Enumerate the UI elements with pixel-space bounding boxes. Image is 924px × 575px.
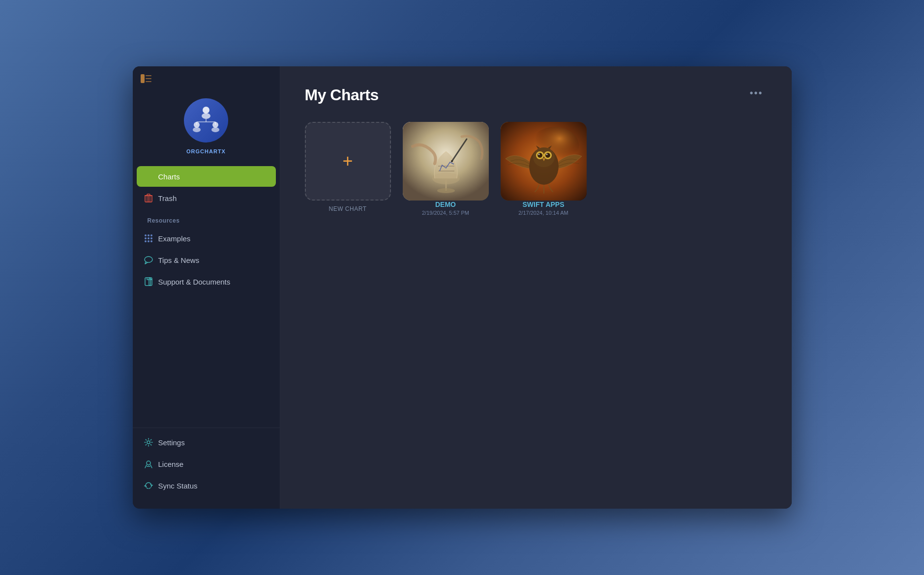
- app-window: ORGCHARTX Charts: [133, 66, 792, 509]
- sidebar-item-sync-label: Sync Status: [158, 482, 198, 490]
- svg-rect-34: [145, 278, 150, 286]
- settings-icon: [144, 437, 153, 447]
- svg-point-29: [150, 237, 152, 239]
- svg-point-32: [150, 240, 152, 242]
- sidebar-top: [133, 66, 280, 88]
- sidebar-item-settings[interactable]: Settings: [137, 432, 276, 453]
- sidebar-item-settings-label: Settings: [158, 438, 185, 447]
- svg-rect-17: [145, 177, 148, 180]
- sync-icon: [144, 481, 153, 490]
- svg-point-41: [437, 188, 455, 193]
- charts-icon: [144, 172, 153, 181]
- sidebar-item-tips[interactable]: Tips & News: [137, 250, 276, 270]
- sidebar-bottom: Settings License: [133, 428, 280, 509]
- sidebar-item-tips-label: Tips & News: [158, 256, 200, 264]
- sidebar-item-trash[interactable]: Trash: [137, 188, 276, 208]
- svg-point-33: [145, 257, 152, 262]
- svg-rect-2: [146, 78, 151, 79]
- svg-point-31: [148, 240, 149, 242]
- swift-chart-thumbnail: [501, 122, 587, 201]
- chat-icon: [144, 255, 153, 265]
- swift-chart-date: 2/17/2024, 10:14 AM: [518, 210, 568, 216]
- charts-grid: + NEW CHART: [305, 122, 767, 216]
- svg-point-27: [145, 237, 147, 239]
- demo-chart-thumbnail: [403, 122, 489, 201]
- svg-rect-16: [149, 172, 152, 176]
- sidebar: ORGCHARTX Charts: [133, 66, 280, 509]
- sidebar-item-examples-label: Examples: [158, 234, 191, 243]
- resources-label: Resources: [137, 209, 276, 228]
- svg-point-25: [148, 234, 149, 236]
- svg-point-53: [545, 153, 550, 158]
- svg-rect-0: [141, 74, 145, 83]
- sidebar-item-charts-label: Charts: [158, 172, 180, 181]
- page-title: My Charts: [305, 86, 379, 104]
- svg-point-26: [150, 234, 152, 236]
- sidebar-item-trash-label: Trash: [158, 194, 177, 202]
- svg-rect-15: [145, 172, 148, 176]
- sidebar-item-license-label: License: [158, 460, 184, 468]
- chart-card-swift[interactable]: SWIFT APPS 2/17/2024, 10:14 AM: [501, 122, 587, 216]
- demo-chart-date: 2/19/2024, 5:57 PM: [422, 210, 469, 216]
- sidebar-toggle-button[interactable]: [141, 74, 151, 85]
- sidebar-item-license[interactable]: License: [137, 454, 276, 474]
- more-options-button[interactable]: •••: [745, 86, 767, 100]
- plus-icon: +: [342, 152, 353, 170]
- chart-card-demo[interactable]: DEMO 2/19/2024, 5:57 PM: [403, 122, 489, 216]
- svg-point-5: [202, 113, 210, 119]
- svg-rect-1: [146, 75, 151, 76]
- nav-section: Charts Trash Resources: [133, 166, 280, 428]
- brand-section: ORGCHARTX: [133, 88, 280, 166]
- svg-rect-18: [149, 177, 152, 180]
- svg-point-49: [533, 147, 555, 167]
- svg-point-30: [145, 240, 147, 242]
- svg-point-45: [451, 160, 453, 162]
- trash-icon: [144, 193, 153, 203]
- sidebar-item-sync[interactable]: Sync Status: [137, 475, 276, 496]
- svg-point-4: [203, 107, 209, 114]
- sidebar-item-support[interactable]: Support & Documents: [137, 271, 276, 292]
- sidebar-item-support-label: Support & Documents: [158, 278, 231, 286]
- brand-avatar: [184, 98, 228, 143]
- chart-card-new[interactable]: + NEW CHART: [305, 122, 391, 216]
- brand-name-text: ORGCHARTX: [186, 148, 226, 154]
- sidebar-item-charts[interactable]: Charts: [137, 166, 276, 187]
- svg-point-28: [148, 237, 149, 239]
- swift-chart-label: SWIFT APPS: [522, 201, 564, 208]
- svg-rect-3: [146, 81, 151, 82]
- svg-point-9: [211, 127, 219, 132]
- svg-point-24: [145, 234, 147, 236]
- svg-point-37: [147, 461, 150, 465]
- demo-chart-label: DEMO: [435, 201, 456, 208]
- header-row: My Charts •••: [305, 86, 767, 104]
- svg-point-36: [147, 441, 150, 444]
- svg-point-7: [193, 127, 201, 132]
- new-chart-label: NEW CHART: [329, 205, 367, 212]
- svg-point-52: [537, 153, 542, 158]
- license-icon: [144, 459, 153, 469]
- new-chart-thumbnail: +: [305, 122, 391, 201]
- grid-icon: [144, 233, 153, 243]
- main-content: My Charts ••• + NEW CHART: [280, 66, 792, 509]
- svg-point-55: [546, 154, 547, 155]
- svg-point-54: [538, 154, 539, 155]
- doc-icon: [144, 277, 153, 287]
- sidebar-item-examples[interactable]: Examples: [137, 228, 276, 249]
